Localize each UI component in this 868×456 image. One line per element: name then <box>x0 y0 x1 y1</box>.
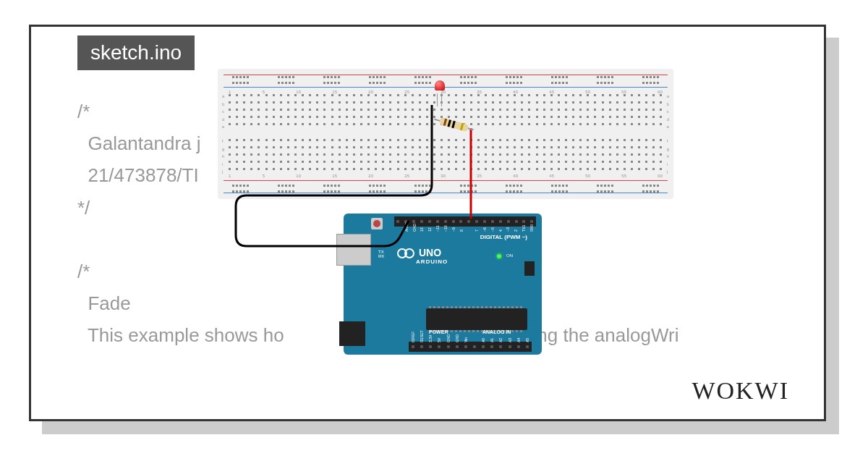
wokwi-logo: WOKWI <box>692 377 789 405</box>
breadboard-row-letters: abcde <box>222 94 224 129</box>
resistor-band-icon <box>443 119 447 126</box>
resistor-band-icon <box>460 123 464 130</box>
code-line: 21/473878/TI <box>77 164 199 186</box>
led-red[interactable] <box>435 80 445 95</box>
atmega-chip-icon <box>426 308 527 330</box>
usb-port-icon <box>336 234 371 266</box>
led-legs <box>437 93 438 106</box>
arduino-uno-board[interactable]: AREFGND1312~11~10~987~6~54~32TX1RX0 DIGI… <box>344 214 542 355</box>
power-led-icon <box>497 254 501 258</box>
power-section-label: POWER <box>429 329 448 334</box>
breadboard-row-letters: fghij <box>222 139 224 174</box>
breadboard-terminal-lower <box>229 139 663 174</box>
file-tab[interactable]: sketch.ino <box>77 35 195 70</box>
code-line: */ <box>77 197 90 219</box>
breadboard-row-letters: fghij <box>667 139 669 174</box>
digital-pin-labels: AREFGND1312~11~10~987~6~54~32TX1RX0 <box>396 227 535 231</box>
code-line: Fade <box>77 292 131 314</box>
breadboard[interactable]: 151015202530354045505560 151015202530354… <box>218 69 673 199</box>
digital-section-label: DIGITAL (PWM ~) <box>480 234 527 240</box>
reset-button[interactable] <box>371 218 383 229</box>
analog-section-label: ANALOG IN <box>482 329 511 334</box>
led-bulb-icon <box>435 80 445 90</box>
code-line: /* <box>77 101 90 122</box>
bottom-pin-labels: IOREFRESET3.3V5VGNDGNDVinA0A1A2A3A4A5 <box>410 337 530 342</box>
tx-rx-labels: TX RX <box>378 250 384 258</box>
breadboard-row-letters: abcde <box>667 94 669 129</box>
icsp-header <box>524 261 535 276</box>
on-label: ON <box>506 253 513 258</box>
board-name: UNO <box>419 247 441 258</box>
code-line: /* <box>77 261 90 282</box>
code-line: Galantandra j <box>77 132 201 154</box>
breadboard-col-numbers: 151015202530354045505560 <box>229 174 663 178</box>
circuit-diagram[interactable]: 151015202530354045505560 151015202530354… <box>218 69 673 344</box>
resistor-band-icon <box>447 119 451 127</box>
arduino-logo: UNO <box>397 247 441 258</box>
power-analog-pin-header[interactable] <box>409 342 532 352</box>
resistor-band-icon <box>451 121 455 128</box>
infinity-icon <box>397 248 414 257</box>
card: sketch.ino /* Galantandra j 21/473878/TI… <box>29 25 826 421</box>
arduino-brand-text: ARDUINO <box>416 258 448 265</box>
power-jack-icon <box>339 321 365 346</box>
filename: sketch.ino <box>90 41 182 64</box>
